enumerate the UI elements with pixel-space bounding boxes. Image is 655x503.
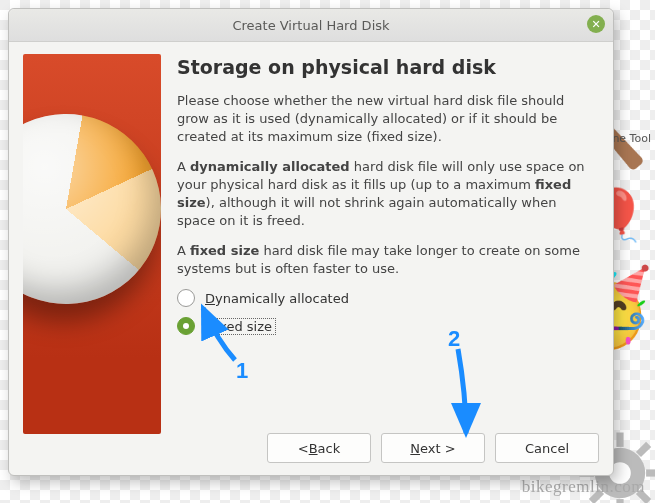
back-button[interactable]: < Back <box>267 433 371 463</box>
fixed-paragraph: A fixed size hard disk file may take lon… <box>177 242 593 278</box>
radio-icon <box>177 289 195 307</box>
page-heading: Storage on physical hard disk <box>177 56 593 78</box>
wizard-content: Storage on physical hard disk Please cho… <box>177 54 599 421</box>
svg-rect-5 <box>636 442 651 457</box>
radio-dynamically-allocated[interactable]: Dynamically allocated <box>177 289 593 307</box>
radio-label-dynamic: Dynamically allocated <box>205 291 349 306</box>
svg-rect-2 <box>616 499 623 503</box>
radio-icon-selected <box>177 317 195 335</box>
dynamic-paragraph: A dynamically allocated hard disk file w… <box>177 158 593 230</box>
wizard-side-image <box>23 54 161 434</box>
next-button[interactable]: Next > <box>381 433 485 463</box>
pie-chart-icon <box>23 99 161 319</box>
titlebar: Create Virtual Hard Disk ✕ <box>9 9 613 42</box>
watermark: bikegremlin.com <box>522 477 645 497</box>
svg-rect-1 <box>616 433 623 447</box>
svg-rect-4 <box>646 469 655 476</box>
close-icon[interactable]: ✕ <box>587 15 605 33</box>
radio-fixed-size[interactable]: Fixed size <box>177 317 593 335</box>
intro-paragraph: Please choose whether the new virtual ha… <box>177 92 593 146</box>
bg-tool-label: ine Tool <box>609 132 651 145</box>
window-title: Create Virtual Hard Disk <box>232 18 389 33</box>
wizard-dialog: Create Virtual Hard Disk ✕ Storage on ph… <box>8 8 614 476</box>
radio-label-fixed: Fixed size <box>205 318 276 335</box>
cancel-button[interactable]: Cancel <box>495 433 599 463</box>
